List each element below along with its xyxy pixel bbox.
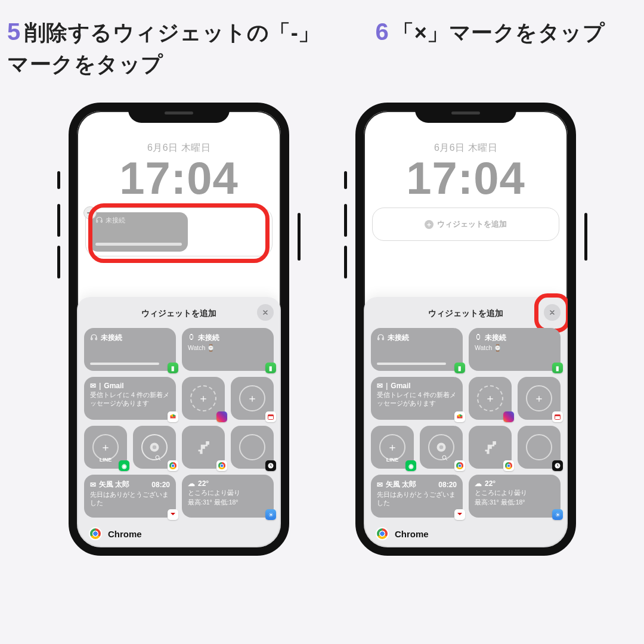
instagram-icon xyxy=(216,411,227,422)
svg-point-9 xyxy=(156,456,159,459)
widget-option-chrome-dino[interactable] xyxy=(469,426,512,469)
widget-subtitle: Watch xyxy=(188,344,205,351)
sheet-title: ウィジェットを追加 xyxy=(141,308,216,319)
svg-rect-12 xyxy=(378,338,379,339)
add-widget-label: ウィジェットを追加 xyxy=(437,219,507,230)
clock-icon xyxy=(265,460,276,471)
widget-option-watch[interactable]: 未接続 Watch ⌚ ▮ xyxy=(469,328,561,371)
remove-widget-minus-button[interactable] xyxy=(83,206,97,219)
widget-slot-area[interactable]: 未接続 xyxy=(85,208,273,256)
battery-icon: ▮ xyxy=(168,363,178,373)
battery-icon: ▮ xyxy=(454,363,465,373)
chrome-icon xyxy=(454,460,465,471)
chrome-icon xyxy=(168,460,178,471)
line-icon: ◉ xyxy=(119,460,129,471)
suggestion-label: Chrome xyxy=(108,529,142,539)
siri-suggestion[interactable]: Chrome xyxy=(376,527,429,540)
sheet-close-button[interactable] xyxy=(257,304,274,321)
dino-icon xyxy=(193,437,213,457)
chrome-icon xyxy=(435,441,447,453)
widget-option-clock[interactable] xyxy=(231,426,274,469)
widget-option-gmail[interactable]: ✉|Gmail 受信トレイに 4 件の新着メッセージがあります xyxy=(371,377,463,420)
widget-option-gmail[interactable]: ✉ | Gmail 受信トレイに 4 件の新着メッセージがあります xyxy=(84,377,176,420)
battery-icon: ▮ xyxy=(552,363,563,373)
svg-point-18 xyxy=(439,445,444,450)
widget-option-calendar[interactable]: ＋ xyxy=(518,377,561,420)
suggestion-label: Chrome xyxy=(395,529,429,539)
chrome-icon xyxy=(376,527,389,540)
lockscreen-time: 17:04 xyxy=(77,152,281,204)
weather-desc: ところにより曇り xyxy=(188,489,268,497)
widget-option-instagram[interactable]: ＋ xyxy=(182,377,225,420)
gmail-icon xyxy=(168,411,178,422)
widget-title: Gmail xyxy=(391,382,410,390)
weather-icon: ☁ xyxy=(475,479,482,488)
mail-from: 矢風 太郎 xyxy=(99,479,129,490)
svg-rect-13 xyxy=(382,338,383,339)
step-number: 6 xyxy=(376,18,389,45)
sheet-header: ウィジェットを追加 xyxy=(84,303,274,324)
svg-rect-0 xyxy=(97,221,98,222)
svg-rect-16 xyxy=(555,415,561,417)
widget-option-chrome-search[interactable] xyxy=(420,426,463,469)
widget-option-clock[interactable] xyxy=(518,426,561,469)
mail-body: 先日はありがとうございました xyxy=(377,491,457,507)
weather-icon: ☀ xyxy=(265,509,276,520)
widget-option-line[interactable]: ＋ LINE ◉ xyxy=(84,426,127,469)
widget-option-chrome-dino[interactable] xyxy=(182,426,225,469)
widget-option-weather[interactable]: ☁ 22° ところにより曇り 最高:31° 最低:18° ☀ xyxy=(182,475,274,518)
widget-option-line[interactable]: ＋LINE◉ xyxy=(371,426,414,469)
widget-option-calendar[interactable]: ＋ xyxy=(231,377,274,420)
search-icon xyxy=(441,453,448,464)
step-text: 削除するウィジェットの「-」マークをタップ xyxy=(7,20,320,76)
volume-up-button xyxy=(57,204,60,237)
svg-rect-14 xyxy=(477,335,480,339)
headphones-icon xyxy=(95,216,103,225)
svg-rect-1 xyxy=(101,221,102,222)
mute-switch xyxy=(57,171,60,189)
volume-up-button xyxy=(344,204,347,237)
close-icon xyxy=(262,309,269,316)
ymail-icon xyxy=(168,509,178,520)
widget-option-ymail[interactable]: ✉矢風 太郎08:20 先日はありがとうございました xyxy=(371,475,463,518)
widget-option-weather[interactable]: ☁22° ところにより曇り 最高:31° 最低:18° ☀ xyxy=(469,475,561,518)
svg-rect-3 xyxy=(95,338,97,339)
battery-icon: ▮ xyxy=(265,363,276,373)
side-button xyxy=(584,213,587,261)
siri-suggestion[interactable]: Chrome xyxy=(89,527,142,540)
mail-body: 先日はありがとうございました xyxy=(90,491,170,507)
chrome-icon xyxy=(216,460,227,471)
widget-option-airpods[interactable]: 未接続 ▮ xyxy=(84,328,176,371)
placed-widget-airpods[interactable]: 未接続 xyxy=(89,212,188,252)
notch xyxy=(415,103,516,123)
watch-icon xyxy=(475,333,482,342)
widget-title: 未接続 xyxy=(388,333,409,343)
weather-temp: 22° xyxy=(485,479,496,488)
side-button xyxy=(298,213,301,261)
mail-time: 08:20 xyxy=(438,481,457,489)
widget-title: Gmail xyxy=(104,382,123,390)
widget-option-ymail[interactable]: ✉ 矢風 太郎 08:20 先日はありがとうございました xyxy=(84,475,176,518)
gmail-icon: ✉ xyxy=(377,382,383,390)
headphones-icon xyxy=(377,333,385,343)
svg-rect-2 xyxy=(91,338,92,339)
weather-temp: 22° xyxy=(198,479,209,488)
widget-slot-area-empty[interactable]: ＋ ウィジェットを追加 xyxy=(372,208,559,241)
widget-option-instagram[interactable]: ＋ xyxy=(469,377,512,420)
line-icon: ◉ xyxy=(405,460,416,471)
sheet-title: ウィジェットを追加 xyxy=(428,308,503,319)
calendar-icon xyxy=(552,411,563,422)
sheet-header: ウィジェットを追加 xyxy=(371,303,561,324)
chrome-icon xyxy=(503,460,514,471)
widget-status-text: 未接続 xyxy=(106,216,125,225)
sheet-close-button[interactable] xyxy=(544,304,561,321)
weather-desc: ところにより曇り xyxy=(475,489,555,497)
widget-option-watch[interactable]: 未接続 Watch ⌚ ▮ xyxy=(182,328,274,371)
add-widget-button[interactable]: ＋ ウィジェットを追加 xyxy=(376,219,555,230)
widget-option-chrome-search[interactable] xyxy=(133,426,176,469)
mail-icon: ✉ xyxy=(90,481,96,489)
widget-option-airpods[interactable]: 未接続 ▮ xyxy=(371,328,463,371)
weather-range: 最高:31° 最低:18° xyxy=(475,499,555,507)
weather-range: 最高:31° 最低:18° xyxy=(188,499,268,507)
gmail-icon xyxy=(454,411,465,422)
